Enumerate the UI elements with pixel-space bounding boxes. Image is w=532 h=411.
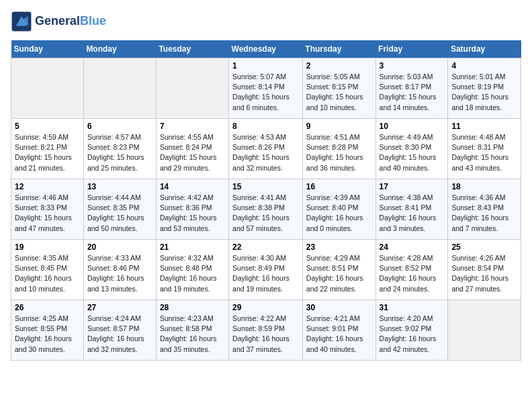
calendar-week-row: 5Sunrise: 4:59 AM Sunset: 8:21 PM Daylig… bbox=[11, 119, 521, 179]
logo-icon bbox=[11, 11, 32, 32]
calendar-cell: 13Sunrise: 4:44 AM Sunset: 8:35 PM Dayli… bbox=[83, 179, 156, 240]
day-info: Sunrise: 4:33 AM Sunset: 8:46 PM Dayligh… bbox=[87, 253, 152, 294]
day-info: Sunrise: 4:53 AM Sunset: 8:26 PM Dayligh… bbox=[232, 132, 299, 173]
calendar-cell: 19Sunrise: 4:35 AM Sunset: 8:45 PM Dayli… bbox=[11, 240, 84, 300]
day-number: 2 bbox=[306, 61, 372, 71]
calendar-cell: 22Sunrise: 4:30 AM Sunset: 8:49 PM Dayli… bbox=[229, 240, 303, 300]
day-number: 30 bbox=[306, 303, 372, 312]
calendar-cell: 16Sunrise: 4:39 AM Sunset: 8:40 PM Dayli… bbox=[302, 179, 375, 240]
day-number: 23 bbox=[306, 242, 372, 252]
header-thursday: Thursday bbox=[302, 40, 375, 58]
calendar-cell: 7Sunrise: 4:55 AM Sunset: 8:24 PM Daylig… bbox=[156, 119, 228, 179]
day-info: Sunrise: 4:21 AM Sunset: 9:01 PM Dayligh… bbox=[306, 314, 372, 355]
day-number: 26 bbox=[15, 303, 80, 312]
day-info: Sunrise: 4:51 AM Sunset: 8:28 PM Dayligh… bbox=[306, 132, 372, 173]
logo: GeneralBlue bbox=[11, 11, 106, 32]
page-header: GeneralBlue bbox=[11, 11, 521, 32]
day-number: 10 bbox=[380, 122, 445, 131]
calendar-cell: 11Sunrise: 4:48 AM Sunset: 8:31 PM Dayli… bbox=[448, 119, 521, 179]
header-monday: Monday bbox=[83, 40, 156, 58]
calendar-cell: 26Sunrise: 4:25 AM Sunset: 8:55 PM Dayli… bbox=[11, 300, 84, 361]
day-info: Sunrise: 4:29 AM Sunset: 8:51 PM Dayligh… bbox=[306, 253, 372, 294]
day-info: Sunrise: 4:36 AM Sunset: 8:43 PM Dayligh… bbox=[451, 193, 517, 234]
calendar-cell: 24Sunrise: 4:28 AM Sunset: 8:52 PM Dayli… bbox=[375, 240, 448, 300]
day-number: 28 bbox=[160, 303, 225, 312]
calendar-cell: 8Sunrise: 4:53 AM Sunset: 8:26 PM Daylig… bbox=[229, 119, 303, 179]
day-number: 4 bbox=[451, 61, 517, 71]
day-number: 5 bbox=[15, 122, 80, 131]
calendar-cell: 3Sunrise: 5:03 AM Sunset: 8:17 PM Daylig… bbox=[375, 58, 448, 119]
day-info: Sunrise: 4:41 AM Sunset: 8:38 PM Dayligh… bbox=[232, 193, 299, 234]
day-number: 20 bbox=[87, 242, 152, 252]
day-info: Sunrise: 4:28 AM Sunset: 8:52 PM Dayligh… bbox=[380, 253, 445, 294]
day-info: Sunrise: 4:46 AM Sunset: 8:33 PM Dayligh… bbox=[15, 193, 80, 234]
day-info: Sunrise: 4:26 AM Sunset: 8:54 PM Dayligh… bbox=[451, 253, 517, 294]
day-number: 11 bbox=[451, 122, 517, 131]
header-saturday: Saturday bbox=[448, 40, 521, 58]
day-info: Sunrise: 4:57 AM Sunset: 8:23 PM Dayligh… bbox=[87, 132, 152, 173]
logo-text: GeneralBlue bbox=[35, 15, 106, 28]
calendar-cell: 21Sunrise: 4:32 AM Sunset: 8:48 PM Dayli… bbox=[156, 240, 228, 300]
day-number: 25 bbox=[451, 242, 517, 252]
calendar-cell: 14Sunrise: 4:42 AM Sunset: 8:36 PM Dayli… bbox=[156, 179, 228, 240]
calendar-cell: 23Sunrise: 4:29 AM Sunset: 8:51 PM Dayli… bbox=[302, 240, 375, 300]
calendar-cell: 17Sunrise: 4:38 AM Sunset: 8:41 PM Dayli… bbox=[375, 179, 448, 240]
day-info: Sunrise: 4:39 AM Sunset: 8:40 PM Dayligh… bbox=[306, 193, 372, 234]
calendar-week-row: 12Sunrise: 4:46 AM Sunset: 8:33 PM Dayli… bbox=[11, 179, 521, 240]
day-number: 24 bbox=[380, 242, 445, 252]
calendar-cell bbox=[448, 300, 521, 361]
calendar-cell: 25Sunrise: 4:26 AM Sunset: 8:54 PM Dayli… bbox=[448, 240, 521, 300]
day-number: 12 bbox=[15, 182, 80, 191]
calendar-cell: 27Sunrise: 4:24 AM Sunset: 8:57 PM Dayli… bbox=[83, 300, 156, 361]
header-tuesday: Tuesday bbox=[156, 40, 228, 58]
day-number: 7 bbox=[160, 122, 225, 131]
day-info: Sunrise: 5:03 AM Sunset: 8:17 PM Dayligh… bbox=[380, 72, 445, 113]
day-number: 19 bbox=[15, 242, 80, 252]
day-info: Sunrise: 4:22 AM Sunset: 8:59 PM Dayligh… bbox=[232, 314, 299, 355]
calendar-cell: 6Sunrise: 4:57 AM Sunset: 8:23 PM Daylig… bbox=[83, 119, 156, 179]
day-info: Sunrise: 4:25 AM Sunset: 8:55 PM Dayligh… bbox=[15, 314, 80, 355]
day-number: 27 bbox=[87, 303, 152, 312]
calendar-cell bbox=[83, 58, 156, 119]
day-info: Sunrise: 5:07 AM Sunset: 8:14 PM Dayligh… bbox=[232, 72, 299, 113]
day-info: Sunrise: 4:38 AM Sunset: 8:41 PM Dayligh… bbox=[380, 193, 445, 234]
calendar-cell: 30Sunrise: 4:21 AM Sunset: 9:01 PM Dayli… bbox=[302, 300, 375, 361]
calendar-cell bbox=[11, 58, 84, 119]
day-info: Sunrise: 5:01 AM Sunset: 8:19 PM Dayligh… bbox=[451, 72, 517, 113]
day-info: Sunrise: 4:35 AM Sunset: 8:45 PM Dayligh… bbox=[15, 253, 80, 294]
day-number: 1 bbox=[232, 61, 299, 71]
day-info: Sunrise: 4:59 AM Sunset: 8:21 PM Dayligh… bbox=[15, 132, 80, 173]
day-number: 14 bbox=[160, 182, 225, 191]
calendar-cell: 28Sunrise: 4:23 AM Sunset: 8:58 PM Dayli… bbox=[156, 300, 228, 361]
day-info: Sunrise: 4:30 AM Sunset: 8:49 PM Dayligh… bbox=[232, 253, 299, 294]
day-info: Sunrise: 4:24 AM Sunset: 8:57 PM Dayligh… bbox=[87, 314, 152, 355]
day-number: 22 bbox=[232, 242, 299, 252]
day-info: Sunrise: 4:44 AM Sunset: 8:35 PM Dayligh… bbox=[87, 193, 152, 234]
day-number: 29 bbox=[232, 303, 299, 312]
day-number: 17 bbox=[380, 182, 445, 191]
calendar-header-row: SundayMondayTuesdayWednesdayThursdayFrid… bbox=[11, 40, 521, 58]
day-number: 15 bbox=[232, 182, 299, 191]
header-wednesday: Wednesday bbox=[229, 40, 303, 58]
calendar-cell: 9Sunrise: 4:51 AM Sunset: 8:28 PM Daylig… bbox=[302, 119, 375, 179]
day-number: 3 bbox=[380, 61, 445, 71]
day-info: Sunrise: 5:05 AM Sunset: 8:15 PM Dayligh… bbox=[306, 72, 372, 113]
day-info: Sunrise: 4:32 AM Sunset: 8:48 PM Dayligh… bbox=[160, 253, 225, 294]
calendar-cell: 10Sunrise: 4:49 AM Sunset: 8:30 PM Dayli… bbox=[375, 119, 448, 179]
calendar-week-row: 26Sunrise: 4:25 AM Sunset: 8:55 PM Dayli… bbox=[11, 300, 521, 361]
day-number: 31 bbox=[380, 303, 445, 312]
day-info: Sunrise: 4:48 AM Sunset: 8:31 PM Dayligh… bbox=[451, 132, 517, 173]
day-info: Sunrise: 4:20 AM Sunset: 9:02 PM Dayligh… bbox=[380, 314, 445, 355]
day-number: 9 bbox=[306, 122, 372, 131]
calendar-cell: 5Sunrise: 4:59 AM Sunset: 8:21 PM Daylig… bbox=[11, 119, 84, 179]
day-number: 13 bbox=[87, 182, 152, 191]
day-info: Sunrise: 4:49 AM Sunset: 8:30 PM Dayligh… bbox=[380, 132, 445, 173]
day-number: 6 bbox=[87, 122, 152, 131]
calendar-cell: 18Sunrise: 4:36 AM Sunset: 8:43 PM Dayli… bbox=[448, 179, 521, 240]
day-number: 21 bbox=[160, 242, 225, 252]
calendar-cell: 15Sunrise: 4:41 AM Sunset: 8:38 PM Dayli… bbox=[229, 179, 303, 240]
calendar-cell: 29Sunrise: 4:22 AM Sunset: 8:59 PM Dayli… bbox=[229, 300, 303, 361]
header-sunday: Sunday bbox=[11, 40, 84, 58]
day-info: Sunrise: 4:42 AM Sunset: 8:36 PM Dayligh… bbox=[160, 193, 225, 234]
day-number: 18 bbox=[451, 182, 517, 191]
